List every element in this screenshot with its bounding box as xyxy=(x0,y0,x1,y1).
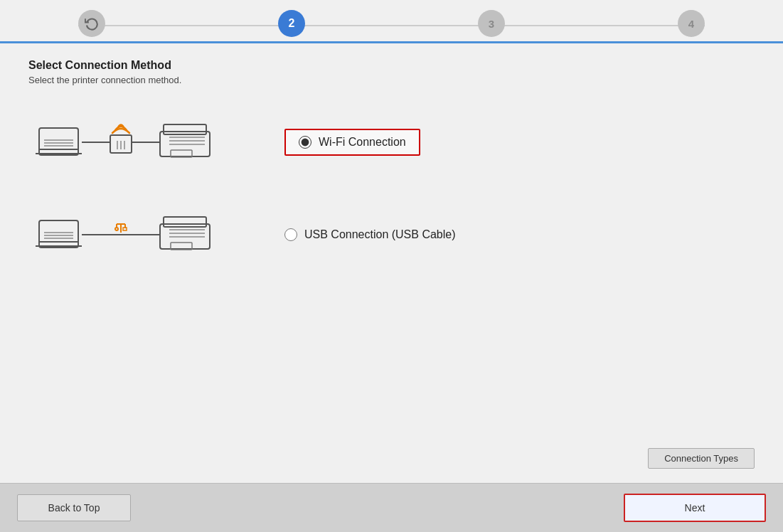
svg-point-11 xyxy=(119,124,122,127)
step-3-circle: 3 xyxy=(478,10,505,37)
usb-label: USB Connection (USB Cable) xyxy=(304,228,456,241)
wifi-option-row: Wi-Fi Connection xyxy=(28,107,755,178)
svg-rect-33 xyxy=(164,217,206,227)
usb-option-row: USB Connection (USB Cable) xyxy=(28,199,755,270)
svg-rect-19 xyxy=(39,220,78,248)
wifi-label: Wi-Fi Connection xyxy=(319,136,406,149)
stepper: 2 3 4 xyxy=(0,0,783,43)
main-content: Select Connection Method Select the prin… xyxy=(0,43,783,483)
back-to-top-button[interactable]: Back to Top xyxy=(17,494,131,521)
wifi-illustration xyxy=(28,107,256,178)
step-3: 3 xyxy=(478,10,505,41)
page-subtitle: Select the printer connection method. xyxy=(28,75,755,85)
step-4: 4 xyxy=(678,10,705,41)
svg-rect-14 xyxy=(164,124,206,134)
svg-rect-0 xyxy=(39,128,78,155)
wifi-radio-label[interactable]: Wi-Fi Connection xyxy=(299,136,406,149)
next-button[interactable]: Next xyxy=(624,494,766,522)
step-1-circle xyxy=(78,10,105,37)
bottom-bar: Back to Top Next xyxy=(0,483,783,532)
usb-radio-label[interactable]: USB Connection (USB Cable) xyxy=(284,228,456,241)
page-title: Select Connection Method xyxy=(28,59,755,72)
usb-illustration xyxy=(28,199,256,270)
usb-radio[interactable] xyxy=(284,228,297,241)
connection-types-button[interactable]: Connection Types xyxy=(648,448,755,469)
stepper-track: 2 3 4 xyxy=(78,10,705,41)
wifi-radio[interactable] xyxy=(299,136,311,149)
step-4-circle: 4 xyxy=(678,10,705,37)
step-2-circle: 2 xyxy=(278,10,305,37)
svg-point-30 xyxy=(115,228,118,230)
connection-types-area: Connection Types xyxy=(28,448,755,476)
wifi-option-box[interactable]: Wi-Fi Connection xyxy=(284,129,420,156)
options-area: Wi-Fi Connection xyxy=(28,107,755,448)
svg-rect-31 xyxy=(123,228,127,230)
step-2: 2 xyxy=(278,10,305,41)
step-1 xyxy=(78,10,105,41)
